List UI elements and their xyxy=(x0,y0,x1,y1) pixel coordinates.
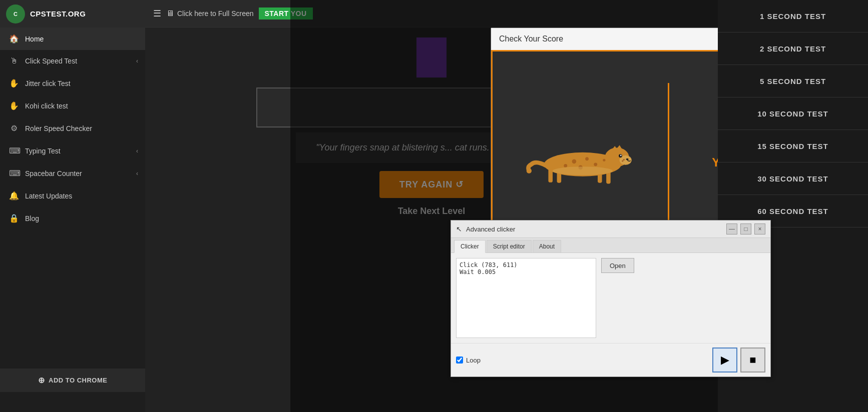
ac-script-textarea[interactable] xyxy=(456,258,596,338)
ac-close-button[interactable]: × xyxy=(754,224,765,234)
ac-controls: ▶ ■ xyxy=(712,348,765,372)
sidebar-title: CPSTEST.ORG xyxy=(30,10,86,18)
svg-text:C: C xyxy=(14,10,18,16)
ac-maximize-button[interactable]: □ xyxy=(740,224,751,234)
right-panel-item-30sec[interactable]: 30 SECOND TEST xyxy=(718,162,868,195)
ac-play-button[interactable]: ▶ xyxy=(712,348,737,372)
ac-open-button[interactable]: Open xyxy=(601,258,634,273)
ac-tab-clicker[interactable]: Clicker xyxy=(454,240,486,253)
sidebar-header: C CPSTEST.ORG xyxy=(0,0,145,28)
svg-point-16 xyxy=(594,162,597,166)
sidebar-item-click-speed[interactable]: 🖱 Click Speed Test ‹ xyxy=(0,50,145,72)
sidebar-logo: C xyxy=(6,4,25,24)
speed-prefix: You Clicked with the speed of xyxy=(712,156,718,169)
sidebar-item-jitter[interactable]: ✋ Jitter click Test xyxy=(0,72,145,94)
sidebar-item-label-kohi: Kohi click test xyxy=(25,102,68,110)
hand-icon-jitter: ✋ xyxy=(9,78,19,88)
bell-icon: 🔔 xyxy=(9,191,19,200)
sidebar-item-updates[interactable]: 🔔 Latest Updates xyxy=(0,184,145,207)
ac-window-controls: — □ × xyxy=(726,224,765,234)
svg-point-10 xyxy=(623,159,625,160)
ac-title-text: Advanced clicker xyxy=(466,226,515,233)
ac-minimize-button[interactable]: — xyxy=(726,224,737,234)
ac-body: Open xyxy=(451,253,770,343)
lock-icon: 🔒 xyxy=(9,214,19,223)
svg-point-14 xyxy=(564,164,567,168)
cursor-icon: 🖱 xyxy=(9,56,19,66)
chevron-icon-typing: ‹ xyxy=(136,148,138,154)
advanced-clicker-window: ↖ Advanced clicker — □ × Clicker Script … xyxy=(451,220,771,377)
sidebar-item-roler[interactable]: ⚙ Roler Speed Checker xyxy=(0,117,145,140)
sidebar-item-spacebar[interactable]: ⌨ Spacebar Counter ‹ xyxy=(0,162,145,184)
svg-point-9 xyxy=(626,158,629,160)
chevron-icon-spacebar: ‹ xyxy=(136,170,138,177)
gear-icon-roler: ⚙ xyxy=(9,124,19,133)
sidebar-item-label-updates: Latest Updates xyxy=(25,192,72,200)
ac-cursor-icon: ↖ xyxy=(456,225,462,233)
score-modal-title: Check Your Score xyxy=(499,34,563,44)
sidebar-item-typing[interactable]: ⌨ Typing Test ‹ xyxy=(0,140,145,162)
svg-point-11 xyxy=(622,160,623,162)
keyboard-icon-typing: ⌨ xyxy=(9,146,19,156)
cheetah-section xyxy=(513,128,653,188)
divider-line xyxy=(668,83,669,233)
svg-rect-22 xyxy=(548,168,553,182)
add-chrome-label: ADD TO CHROME xyxy=(49,376,107,384)
add-to-chrome-button[interactable]: ⊕ ADD TO CHROME xyxy=(0,368,145,392)
keyboard-icon-spacebar: ⌨ xyxy=(9,168,19,178)
sidebar-item-label-blog: Blog xyxy=(25,214,39,222)
sidebar-item-blog[interactable]: 🔒 Blog xyxy=(0,207,145,230)
speed-text: You Clicked with the speed of 59.0 xyxy=(684,154,718,210)
sidebar-item-label-jitter: Jitter click Test xyxy=(25,80,71,88)
home-icon: 🏠 xyxy=(9,34,19,44)
svg-point-18 xyxy=(527,168,532,173)
svg-point-8 xyxy=(620,154,622,156)
fullscreen-icon: 🖥 xyxy=(166,9,174,18)
svg-point-13 xyxy=(585,157,589,160)
right-panel-item-10sec[interactable]: 10 SECOND TEST xyxy=(718,98,868,130)
ac-tab-about[interactable]: About xyxy=(533,240,561,252)
ac-loop-label: Loop xyxy=(466,356,481,364)
ac-titlebar: ↖ Advanced clicker — □ × xyxy=(451,220,770,238)
right-panel-item-15sec[interactable]: 15 SECOND TEST xyxy=(718,130,868,162)
sidebar-item-label-click-speed: Click Speed Test xyxy=(25,57,77,65)
chrome-icon: ⊕ xyxy=(38,376,45,385)
fullscreen-text[interactable]: Click here to Full Screen xyxy=(177,10,254,18)
sidebar-item-label-spacebar: Spacebar Counter xyxy=(25,170,82,178)
ac-loop-checkbox[interactable] xyxy=(456,356,463,364)
ac-tabs: Clicker Script editor About xyxy=(451,238,770,253)
right-panel-item-2sec[interactable]: 2 SECOND TEST xyxy=(718,32,868,65)
sidebar: C CPSTEST.ORG 🏠 Home 🖱 Click Speed Test … xyxy=(0,0,145,412)
cheetah-image xyxy=(523,128,643,188)
right-panel-item-1sec[interactable]: 1 SECOND TEST xyxy=(718,0,868,32)
svg-point-23 xyxy=(553,166,613,175)
right-panel-item-5sec[interactable]: 5 SECOND TEST xyxy=(718,65,868,98)
chevron-icon-click-speed: ‹ xyxy=(136,58,138,64)
svg-marker-6 xyxy=(616,145,622,150)
ac-title-left: ↖ Advanced clicker xyxy=(456,225,515,233)
ac-tab-script-editor[interactable]: Script editor xyxy=(487,240,532,252)
sidebar-item-label-roler: Roler Speed Checker xyxy=(25,124,92,132)
ac-stop-button[interactable]: ■ xyxy=(740,348,765,372)
hamburger-menu-icon[interactable]: ☰ xyxy=(153,8,161,19)
sidebar-item-label-typing: Typing Test xyxy=(25,147,61,155)
sidebar-item-home[interactable]: 🏠 Home xyxy=(0,28,145,50)
score-modal-header: Check Your Score × xyxy=(491,28,718,50)
ac-loop-section: Loop xyxy=(456,356,481,364)
svg-point-12 xyxy=(572,159,577,164)
hand-icon-kohi: ✋ xyxy=(9,101,19,110)
svg-point-17 xyxy=(603,159,605,162)
sidebar-item-kohi[interactable]: ✋ Kohi click test xyxy=(0,94,145,117)
sidebar-item-label-home: Home xyxy=(25,35,44,43)
ac-footer: Loop ▶ ■ xyxy=(451,343,770,376)
